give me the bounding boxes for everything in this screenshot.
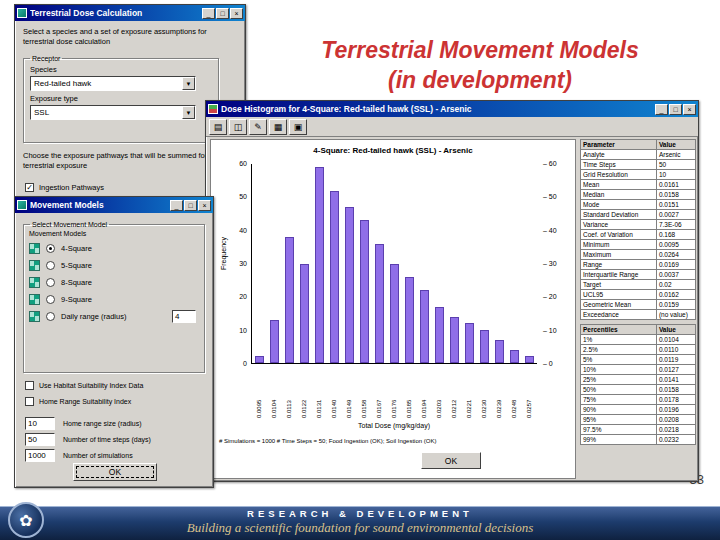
model-option-8-square[interactable]: 8-Square [24,274,204,291]
minimize-button[interactable]: _ [655,104,668,115]
minimize-button[interactable]: _ [202,8,215,19]
table-icon[interactable]: ▦ [269,119,287,135]
table-cell: 97.5% [581,425,657,435]
table-row: 2.5%0.0110 [581,345,696,355]
window-buttons: _ □ × [655,104,696,115]
y-tick-label: 50 [543,194,557,200]
x-tick-label: 0.0203 [436,366,442,418]
close-button[interactable]: × [683,104,696,115]
window-buttons: _ □ × [202,8,243,19]
close-button[interactable]: × [230,8,243,19]
x-tick-label: 0.0239 [496,366,502,418]
exposure-type-combobox[interactable]: SSL ▼ [30,105,196,120]
edit-icon[interactable]: ✎ [249,119,267,135]
option-label: 4-Square [61,244,92,253]
y-axis-ticks-left: 0102030405060 [225,164,249,364]
daily-range-input[interactable]: 4 [172,310,196,323]
column-header: Value [656,325,695,335]
histogram-titlebar[interactable]: Dose Histogram for 4-Square: Red-tailed … [206,101,698,117]
table-cell: 2.5% [581,345,657,355]
table-cell: 50 [656,160,695,170]
table-cell: 0.02 [656,280,695,290]
radio-button[interactable] [46,295,55,304]
histogram-ok-button[interactable]: OK [421,452,481,469]
movement-fields: 10Home range size (radius)50Number of ti… [25,415,209,463]
histogram-bar [375,244,385,363]
y-tick-label: 30 [239,261,247,267]
option-label: Daily range (radius) [61,312,126,321]
table-cell: 90% [581,405,657,415]
window-icon [17,8,27,18]
home-range-index-row[interactable]: Home Range Suitability Index [25,397,131,406]
x-tick-slot: 0.0230 [477,366,492,418]
chevron-down-icon[interactable]: ▼ [182,106,195,119]
x-tick-slot: 0.0149 [341,366,356,418]
chart-footnote: # Simulations = 1000 # Time Steps = 50; … [219,438,436,444]
table-cell: 0.0141 [656,375,695,385]
table-cell: 0.0095 [656,240,695,250]
table-row: Maximum0.0264 [581,250,696,260]
print-icon[interactable]: ▤ [209,119,227,135]
habitat-suitability-row[interactable]: Use Habitat Suitability Index Data [25,381,143,390]
x-tick-label: 0.0095 [256,366,262,418]
table-cell: 0.0104 [656,335,695,345]
field-input[interactable]: 50 [25,433,55,446]
table-cell: 0.0037 [656,270,695,280]
bar-slot [357,164,372,363]
movement-ok-button[interactable]: OK [73,463,157,481]
dose-intro-text: Select a species and a set of exposure a… [23,27,231,47]
x-tick-label: 0.0113 [286,366,292,418]
minimize-button[interactable]: _ [170,200,183,211]
habitat-suitability-checkbox[interactable] [25,381,34,390]
histogram-bar [300,264,310,364]
bar-slot [312,164,327,363]
radio-button[interactable] [46,261,55,270]
dose-titlebar[interactable]: Terrestrial Dose Calculation _ □ × [15,5,245,21]
maximize-button[interactable]: □ [669,104,682,115]
histogram-bar [360,220,370,363]
table-row: 99%0.0232 [581,435,696,445]
model-option-9-square[interactable]: 9-Square [24,291,204,308]
y-tick-label: 40 [239,228,247,234]
model-option-daily-range-radius-[interactable]: Daily range (radius)4 [24,308,204,325]
receptor-group-label: Receptor [30,55,62,62]
table-row: Target0.02 [581,280,696,290]
x-tick-label: 0.0221 [466,366,472,418]
field-input[interactable]: 10 [25,417,55,430]
radio-button[interactable] [46,244,55,253]
model-option-5-square[interactable]: 5-Square [24,257,204,274]
table-row: UCL950.0162 [581,290,696,300]
grid-icon [29,260,40,271]
table-cell: 0.0159 [656,300,695,310]
statistics-table: ParameterValueAnalyteArsenicTime Steps50… [580,139,696,320]
histogram-bar [390,264,400,364]
home-range-index-checkbox[interactable] [25,397,34,406]
model-option-4-square[interactable]: 4-Square [24,240,204,257]
table-row: 1%0.0104 [581,335,696,345]
x-tick-slot: 0.0113 [281,366,296,418]
radio-button[interactable] [46,278,55,287]
y-tick-label: 10 [543,328,557,334]
movement-model-groupbox: Select Movement Model Movement Models 4-… [23,221,205,373]
header-row: PercentilesValue [581,325,696,335]
table-cell: 75% [581,395,657,405]
table-row: Coef. of Variation0.168 [581,230,696,240]
close-button[interactable]: × [198,200,211,211]
copy-icon[interactable]: ◫ [229,119,247,135]
x-tick-slot: 0.0122 [296,366,311,418]
receptor-groupbox: Receptor Species Red-tailed hawk ▼ Expos… [23,55,219,143]
radio-button[interactable] [46,312,55,321]
column-header: Percentiles [581,325,657,335]
save-icon[interactable]: ▣ [289,119,307,135]
maximize-button[interactable]: □ [184,200,197,211]
species-combobox[interactable]: Red-tailed hawk ▼ [30,76,196,91]
ingestion-pathways-checkbox[interactable]: ✓ [25,183,34,192]
table-cell: Target [581,280,657,290]
table-cell: Grid Resolution [581,170,657,180]
ingestion-pathways-row[interactable]: ✓ Ingestion Pathways [25,183,104,192]
bar-slot [327,164,342,363]
field-input[interactable]: 1000 [25,449,55,462]
maximize-button[interactable]: □ [216,8,229,19]
movement-titlebar[interactable]: Movement Models _ □ × [15,197,213,213]
chevron-down-icon[interactable]: ▼ [182,77,195,90]
